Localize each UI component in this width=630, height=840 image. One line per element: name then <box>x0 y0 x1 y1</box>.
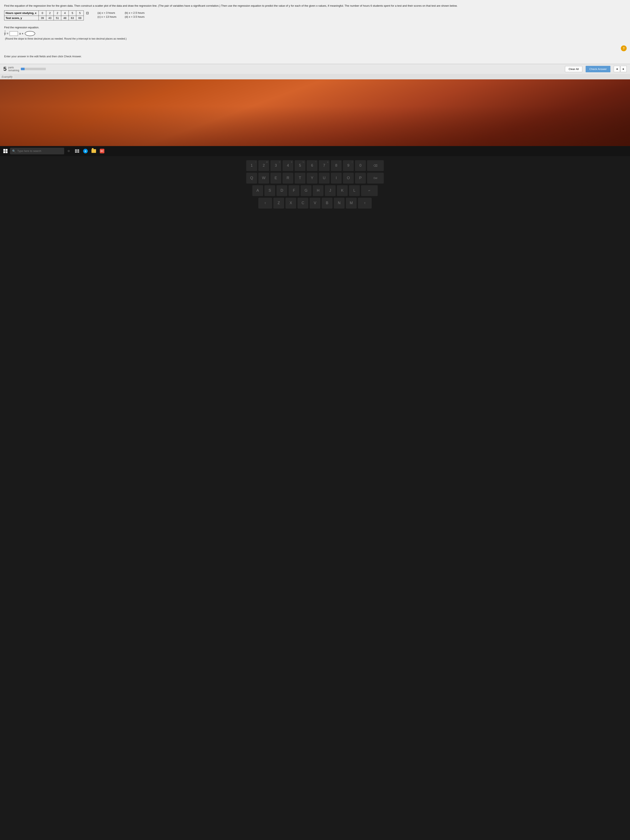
key-c[interactable]: C <box>297 198 308 208</box>
key-t[interactable]: T <box>295 173 305 183</box>
table-cell-x5: 5 <box>76 10 84 16</box>
option-c: (c) x = 13 hours <box>98 15 117 18</box>
check-answer-button[interactable]: Check Answer <box>586 66 610 72</box>
table-cell-x4: 5 <box>69 10 76 16</box>
svg-rect-1 <box>77 149 79 151</box>
number-row: ! 1 @ 2 # 3 $ 4 % 5 ^ 6 & 7 * 8 <box>2 160 628 171</box>
nav-left-button[interactable]: ◄ <box>614 66 620 72</box>
svg-rect-2 <box>75 151 77 153</box>
search-bar[interactable]: 🔍 <box>10 148 64 155</box>
y-hat-symbol: ŷ <box>4 32 6 35</box>
table-cell-y1: 43 <box>46 16 54 20</box>
round-note: (Round the slope to three decimal places… <box>5 37 626 40</box>
taskbar: 🔍 ○ e 99+ <box>0 146 630 156</box>
key-d[interactable]: D <box>276 185 287 196</box>
question-badge[interactable]: ? <box>621 46 627 51</box>
table-cell-x1: 2 <box>46 10 54 16</box>
nav-right-button[interactable]: ► <box>621 66 627 72</box>
table-cell-expand[interactable]: ⊡ <box>84 10 91 16</box>
key-o[interactable]: O <box>343 173 354 183</box>
desktop-background <box>0 79 630 146</box>
file-explorer-button[interactable] <box>90 147 98 155</box>
key-enter[interactable]: ↵ <box>361 185 378 196</box>
table-cell-y2: 51 <box>54 16 61 20</box>
key-backspace[interactable]: ⌫ <box>367 160 384 171</box>
key-w[interactable]: W <box>258 173 269 183</box>
qwerty-row: Q W E R T Y U I O P Del <box>2 173 628 183</box>
progress-bar <box>21 68 46 70</box>
key-z[interactable]: Z <box>273 198 284 208</box>
table-header-x: Hours spent studying, x <box>5 10 39 16</box>
table-cell-y3: 48 <box>61 16 69 20</box>
key-shift-right[interactable]: ⇧ <box>358 198 372 208</box>
task-view-button[interactable] <box>73 147 81 155</box>
key-s[interactable]: S <box>264 185 275 196</box>
svg-rect-0 <box>75 149 77 151</box>
start-button[interactable] <box>2 147 9 155</box>
option-b: (b) x = 2.5 hours <box>125 11 145 14</box>
key-6[interactable]: ^ 6 <box>307 160 317 171</box>
key-x[interactable]: X <box>286 198 296 208</box>
key-shift-left[interactable]: ⇧ <box>258 198 272 208</box>
key-7[interactable]: & 7 <box>319 160 330 171</box>
edge-browser-button[interactable]: e <box>82 147 89 155</box>
key-l[interactable]: L <box>349 185 360 196</box>
key-v[interactable]: V <box>309 198 321 208</box>
key-m[interactable]: M <box>346 198 357 208</box>
key-2[interactable]: @ 2 <box>258 160 269 171</box>
notification-count: 99+ <box>100 150 104 152</box>
options-section: (a) x = 3 hours (c) x = 13 hours (b) x =… <box>98 11 145 18</box>
option-a: (a) x = 3 hours <box>98 11 117 14</box>
key-e[interactable]: E <box>270 173 281 183</box>
table-cell-y0: 39 <box>39 16 46 20</box>
table-cell-x3: 4 <box>61 10 69 16</box>
key-q[interactable]: Q <box>246 173 257 183</box>
cortana-button[interactable]: ○ <box>65 147 73 155</box>
key-n[interactable]: N <box>334 198 344 208</box>
key-4[interactable]: $ 4 <box>283 160 293 171</box>
notification-button[interactable]: 99+ <box>98 147 106 155</box>
enter-answer-text: Enter your answer in the edit fields and… <box>4 55 626 58</box>
key-k[interactable]: K <box>337 185 348 196</box>
slope-input[interactable] <box>9 31 18 36</box>
key-y[interactable]: Y <box>307 173 317 183</box>
table-row-x: Hours spent studying, x 0 2 2 4 5 5 ⊡ <box>5 10 91 16</box>
options-col-right: (b) x = 2.5 hours (d) x = 3.5 hours <box>125 11 145 18</box>
key-p[interactable]: P <box>355 173 366 183</box>
key-0[interactable]: 0 <box>355 160 366 171</box>
parts-number: 5 <box>3 66 7 72</box>
key-3[interactable]: # 3 <box>270 160 281 171</box>
clear-all-button[interactable]: Clear All <box>565 66 582 72</box>
key-5[interactable]: % 5 <box>295 160 305 171</box>
problem-description: Find the equation of the regression line… <box>4 4 626 8</box>
key-u[interactable]: U <box>319 173 330 183</box>
parts-labels: parts remaining <box>8 66 19 72</box>
option-d: (d) x = 3.5 hours <box>125 15 145 18</box>
key-h[interactable]: H <box>313 185 324 196</box>
table-cell-x2: 2 <box>54 10 61 16</box>
table-cell-y5: 69 <box>76 16 84 20</box>
bottom-toolbar: 5 parts remaining Clear All Check Answer… <box>0 64 630 74</box>
key-j[interactable]: J <box>325 185 336 196</box>
key-g[interactable]: G <box>301 185 311 196</box>
key-1[interactable]: ! 1 <box>246 160 257 171</box>
equation-area: ŷ = x + <box>4 31 626 36</box>
key-a[interactable]: A <box>252 185 263 196</box>
keyboard-area: ! 1 @ 2 # 3 $ 4 % 5 ^ 6 & 7 * 8 <box>0 156 630 231</box>
key-9[interactable]: ( 9 <box>343 160 354 171</box>
intercept-input[interactable] <box>25 31 35 36</box>
svg-rect-3 <box>77 151 79 153</box>
key-delete[interactable]: Del <box>367 173 384 183</box>
options-col-left: (a) x = 3 hours (c) x = 13 hours <box>98 11 117 18</box>
bottom-row: ⇧ Z X C V B N M ⇧ <box>2 198 628 208</box>
search-input[interactable] <box>17 149 62 153</box>
key-i[interactable]: I <box>331 173 342 183</box>
problem-panel: Find the equation of the regression line… <box>0 0 630 64</box>
table-cell-x0: 0 <box>39 10 46 16</box>
table-cell-y4: 63 <box>69 16 76 20</box>
key-8[interactable]: * 8 <box>331 160 342 171</box>
key-r[interactable]: R <box>283 173 293 183</box>
key-b[interactable]: B <box>322 198 333 208</box>
progress-bar-fill <box>21 68 25 70</box>
key-f[interactable]: F <box>289 185 299 196</box>
